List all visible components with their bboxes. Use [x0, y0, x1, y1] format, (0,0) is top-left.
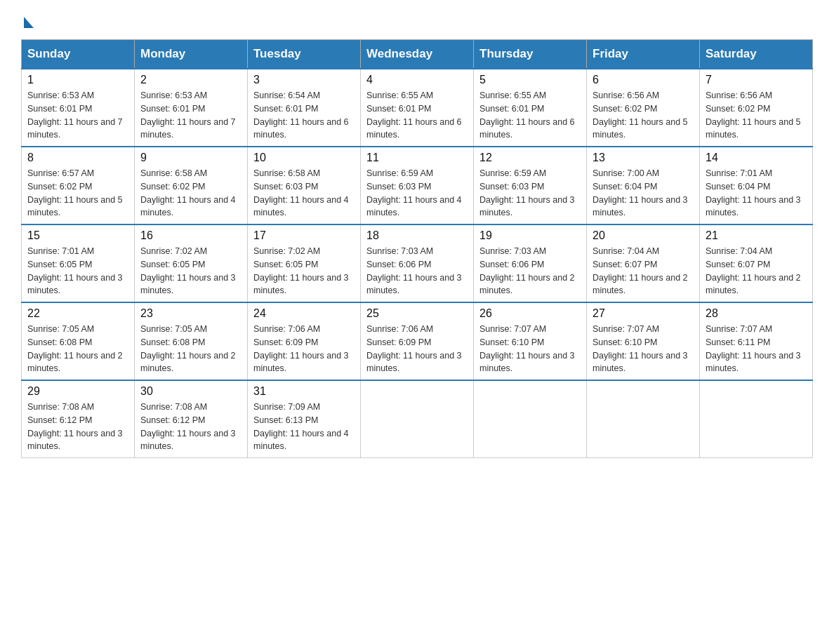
day-info: Sunrise: 7:09 AMSunset: 6:13 PMDaylight:… [253, 402, 349, 451]
day-info: Sunrise: 6:54 AMSunset: 6:01 PMDaylight:… [253, 90, 349, 140]
calendar-cell: 19 Sunrise: 7:03 AMSunset: 6:06 PMDaylig… [474, 224, 587, 302]
page-header [21, 14, 813, 25]
day-number: 24 [253, 307, 355, 320]
day-info: Sunrise: 7:00 AMSunset: 6:04 PMDaylight:… [593, 168, 688, 217]
calendar-cell: 30 Sunrise: 7:08 AMSunset: 6:12 PMDaylig… [135, 380, 248, 458]
day-info: Sunrise: 6:56 AMSunset: 6:02 PMDaylight:… [593, 90, 688, 140]
calendar-cell [700, 380, 813, 458]
day-info: Sunrise: 7:07 AMSunset: 6:10 PMDaylight:… [479, 324, 575, 373]
day-info: Sunrise: 7:07 AMSunset: 6:11 PMDaylight:… [706, 324, 801, 373]
week-row-1: 1 Sunrise: 6:53 AMSunset: 6:01 PMDayligh… [22, 69, 813, 147]
day-number: 11 [366, 152, 468, 164]
week-row-4: 22 Sunrise: 7:05 AMSunset: 6:08 PMDaylig… [22, 302, 813, 380]
calendar-cell: 18 Sunrise: 7:03 AMSunset: 6:06 PMDaylig… [361, 224, 474, 302]
day-number: 3 [253, 74, 355, 86]
day-info: Sunrise: 7:08 AMSunset: 6:12 PMDaylight:… [27, 402, 123, 451]
day-number: 8 [27, 152, 128, 164]
day-number: 26 [479, 307, 581, 320]
calendar-table: Sunday Monday Tuesday Wednesday Thursday… [21, 39, 813, 458]
day-number: 23 [140, 307, 241, 320]
calendar-cell: 29 Sunrise: 7:08 AMSunset: 6:12 PMDaylig… [22, 380, 135, 458]
day-number: 21 [706, 229, 807, 242]
day-info: Sunrise: 7:08 AMSunset: 6:12 PMDaylight:… [140, 402, 236, 451]
col-sunday: Sunday [22, 40, 135, 69]
calendar-cell: 15 Sunrise: 7:01 AMSunset: 6:05 PMDaylig… [22, 224, 135, 302]
calendar-cell: 28 Sunrise: 7:07 AMSunset: 6:11 PMDaylig… [700, 302, 813, 380]
day-number: 12 [479, 152, 581, 164]
day-info: Sunrise: 7:02 AMSunset: 6:05 PMDaylight:… [253, 246, 349, 295]
day-info: Sunrise: 7:06 AMSunset: 6:09 PMDaylight:… [253, 324, 349, 373]
day-number: 5 [479, 74, 581, 86]
calendar-cell: 6 Sunrise: 6:56 AMSunset: 6:02 PMDayligh… [587, 69, 700, 147]
day-number: 16 [140, 229, 241, 242]
calendar-header-row: Sunday Monday Tuesday Wednesday Thursday… [22, 40, 813, 69]
calendar-cell: 24 Sunrise: 7:06 AMSunset: 6:09 PMDaylig… [248, 302, 361, 380]
calendar-cell [587, 380, 700, 458]
calendar-cell: 12 Sunrise: 6:59 AMSunset: 6:03 PMDaylig… [474, 147, 587, 224]
calendar-cell: 26 Sunrise: 7:07 AMSunset: 6:10 PMDaylig… [474, 302, 587, 380]
day-number: 20 [593, 229, 694, 242]
col-tuesday: Tuesday [248, 40, 361, 69]
day-number: 19 [479, 229, 581, 242]
day-info: Sunrise: 7:03 AMSunset: 6:06 PMDaylight:… [479, 246, 575, 295]
day-info: Sunrise: 6:55 AMSunset: 6:01 PMDaylight:… [479, 90, 575, 140]
calendar-cell: 1 Sunrise: 6:53 AMSunset: 6:01 PMDayligh… [22, 69, 135, 147]
week-row-5: 29 Sunrise: 7:08 AMSunset: 6:12 PMDaylig… [22, 380, 813, 458]
day-info: Sunrise: 6:53 AMSunset: 6:01 PMDaylight:… [27, 90, 123, 140]
calendar-cell: 22 Sunrise: 7:05 AMSunset: 6:08 PMDaylig… [22, 302, 135, 380]
day-info: Sunrise: 6:53 AMSunset: 6:01 PMDaylight:… [140, 90, 236, 140]
day-number: 14 [706, 152, 807, 164]
day-number: 27 [593, 307, 694, 320]
calendar-cell: 16 Sunrise: 7:02 AMSunset: 6:05 PMDaylig… [135, 224, 248, 302]
day-number: 13 [593, 152, 694, 164]
col-saturday: Saturday [700, 40, 813, 69]
calendar-cell: 9 Sunrise: 6:58 AMSunset: 6:02 PMDayligh… [135, 147, 248, 224]
day-number: 4 [366, 74, 468, 86]
day-number: 22 [27, 307, 128, 320]
day-number: 28 [706, 307, 807, 320]
calendar-cell: 25 Sunrise: 7:06 AMSunset: 6:09 PMDaylig… [361, 302, 474, 380]
day-number: 31 [253, 385, 355, 398]
day-number: 17 [253, 229, 355, 242]
day-info: Sunrise: 7:04 AMSunset: 6:07 PMDaylight:… [706, 246, 801, 295]
day-info: Sunrise: 7:06 AMSunset: 6:09 PMDaylight:… [366, 324, 462, 373]
day-info: Sunrise: 6:57 AMSunset: 6:02 PMDaylight:… [27, 168, 123, 217]
calendar-cell: 14 Sunrise: 7:01 AMSunset: 6:04 PMDaylig… [700, 147, 813, 224]
calendar-cell: 13 Sunrise: 7:00 AMSunset: 6:04 PMDaylig… [587, 147, 700, 224]
calendar-cell: 10 Sunrise: 6:58 AMSunset: 6:03 PMDaylig… [248, 147, 361, 224]
col-friday: Friday [587, 40, 700, 69]
day-info: Sunrise: 7:02 AMSunset: 6:05 PMDaylight:… [140, 246, 236, 295]
col-thursday: Thursday [474, 40, 587, 69]
calendar-cell: 20 Sunrise: 7:04 AMSunset: 6:07 PMDaylig… [587, 224, 700, 302]
day-info: Sunrise: 7:04 AMSunset: 6:07 PMDaylight:… [593, 246, 688, 295]
day-number: 9 [140, 152, 241, 164]
day-info: Sunrise: 6:56 AMSunset: 6:02 PMDaylight:… [706, 90, 801, 140]
day-number: 6 [593, 74, 694, 86]
day-number: 29 [27, 385, 128, 398]
day-info: Sunrise: 6:59 AMSunset: 6:03 PMDaylight:… [479, 168, 575, 217]
day-number: 15 [27, 229, 128, 242]
calendar-cell: 7 Sunrise: 6:56 AMSunset: 6:02 PMDayligh… [700, 69, 813, 147]
day-info: Sunrise: 6:55 AMSunset: 6:01 PMDaylight:… [366, 90, 462, 140]
day-number: 18 [366, 229, 468, 242]
logo [21, 14, 34, 25]
col-wednesday: Wednesday [361, 40, 474, 69]
day-info: Sunrise: 6:58 AMSunset: 6:02 PMDaylight:… [140, 168, 236, 217]
calendar-cell [474, 380, 587, 458]
day-number: 1 [27, 74, 128, 86]
calendar-cell: 2 Sunrise: 6:53 AMSunset: 6:01 PMDayligh… [135, 69, 248, 147]
calendar-cell: 8 Sunrise: 6:57 AMSunset: 6:02 PMDayligh… [22, 147, 135, 224]
calendar-cell [361, 380, 474, 458]
week-row-3: 15 Sunrise: 7:01 AMSunset: 6:05 PMDaylig… [22, 224, 813, 302]
calendar-cell: 31 Sunrise: 7:09 AMSunset: 6:13 PMDaylig… [248, 380, 361, 458]
calendar-cell: 5 Sunrise: 6:55 AMSunset: 6:01 PMDayligh… [474, 69, 587, 147]
calendar-cell: 23 Sunrise: 7:05 AMSunset: 6:08 PMDaylig… [135, 302, 248, 380]
day-number: 25 [366, 307, 468, 320]
day-info: Sunrise: 7:03 AMSunset: 6:06 PMDaylight:… [366, 246, 462, 295]
col-monday: Monday [135, 40, 248, 69]
day-info: Sunrise: 7:05 AMSunset: 6:08 PMDaylight:… [140, 324, 236, 373]
calendar-cell: 17 Sunrise: 7:02 AMSunset: 6:05 PMDaylig… [248, 224, 361, 302]
day-number: 2 [140, 74, 241, 86]
day-info: Sunrise: 7:07 AMSunset: 6:10 PMDaylight:… [593, 324, 688, 373]
day-number: 10 [253, 152, 355, 164]
